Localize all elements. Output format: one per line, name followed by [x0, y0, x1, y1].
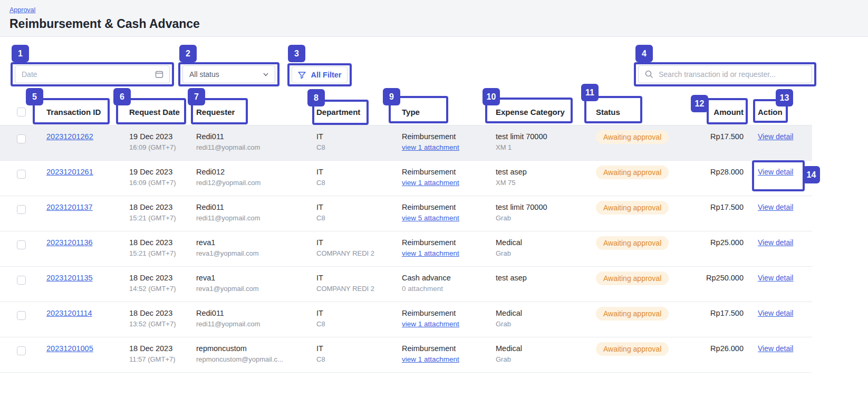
search-box[interactable] — [638, 65, 812, 83]
type: Reimbursement — [402, 238, 489, 247]
expense-category-sub: Grab — [496, 249, 590, 257]
select-all-checkbox[interactable] — [17, 108, 26, 117]
approvals-table: Transaction ID Request Date Requester De… — [0, 99, 812, 373]
amount: Rp28.000 — [686, 161, 746, 196]
department: IT — [316, 274, 396, 282]
page-header: Approval Reimbursement & Cash Advance — [0, 0, 868, 37]
transaction-id-link[interactable]: 20231201114 — [46, 309, 92, 317]
expense-category-sub: Grab — [496, 355, 590, 363]
calendar-icon — [155, 70, 164, 79]
annotation-tag-1: 1 — [12, 45, 29, 62]
requester-email: repmoncustom@yopmail.c... — [196, 355, 310, 363]
status-badge: Awaiting approval — [596, 342, 669, 356]
requester-email: redi12@yopmail.com — [196, 179, 310, 187]
col-amount: Amount — [686, 108, 746, 117]
all-filter-button[interactable]: All Filter — [292, 66, 348, 83]
row-checkbox[interactable] — [17, 170, 26, 179]
col-request-date: Request Date — [129, 108, 196, 117]
view-detail-link[interactable]: View detail — [758, 132, 793, 141]
expense-category-sub: XM 75 — [496, 179, 590, 187]
department-sub: C8 — [316, 179, 396, 187]
search-icon — [644, 70, 654, 79]
attachment-link[interactable]: view 1 attachment — [402, 143, 459, 151]
department: IT — [316, 132, 396, 141]
requester-name: Redi012 — [196, 168, 310, 176]
table-row: 20231201261 19 Dec 202316:09 (GMT+7) Red… — [0, 161, 812, 196]
table-row: 20231201137 18 Dec 202315:21 (GMT+7) Red… — [0, 196, 812, 231]
attachment-count: 0 attachment — [402, 285, 489, 293]
search-input[interactable] — [659, 70, 806, 79]
expense-category-sub: XM 1 — [496, 143, 590, 151]
table-row: 20231201135 18 Dec 202314:52 (GMT+7) rev… — [0, 267, 812, 302]
view-detail-link[interactable]: View detail — [758, 238, 793, 247]
status-badge: Awaiting approval — [596, 307, 669, 321]
attachment-link[interactable]: view 5 attachment — [402, 214, 459, 222]
attachment-link[interactable]: view 1 attachment — [402, 249, 459, 257]
attachment-link[interactable]: view 1 attachment — [402, 320, 459, 328]
date-filter-input[interactable] — [15, 65, 170, 83]
row-checkbox[interactable] — [17, 311, 26, 320]
transaction-id-link[interactable]: 20231201262 — [46, 132, 93, 141]
expense-category-sub: Grab — [496, 214, 590, 222]
annotation-tag-4: 4 — [635, 45, 653, 62]
type: Cash advance — [402, 274, 489, 282]
chevron-down-icon — [262, 71, 269, 78]
department-sub: COMPANY REDI 2 — [316, 249, 396, 257]
department: IT — [316, 309, 396, 317]
col-status: Status — [596, 108, 686, 117]
transaction-id-link[interactable]: 20231201136 — [46, 238, 93, 247]
requester-name: reva1 — [196, 274, 310, 282]
row-checkbox[interactable] — [17, 134, 26, 143]
date-input[interactable] — [22, 70, 155, 79]
view-detail-link[interactable]: View detail — [758, 344, 793, 353]
view-detail-link[interactable]: View detail — [758, 168, 793, 176]
requester-name: Redi011 — [196, 203, 310, 211]
col-action: Action — [746, 108, 812, 117]
status-badge: Awaiting approval — [596, 236, 669, 250]
page-title: Reimbursement & Cash Advance — [9, 17, 868, 31]
view-detail-link[interactable]: View detail — [758, 274, 793, 282]
status-badge: Awaiting approval — [596, 166, 669, 179]
type: Reimbursement — [402, 132, 489, 141]
transaction-id-link[interactable]: 20231201005 — [46, 344, 93, 353]
type: Reimbursement — [402, 203, 489, 211]
status-badge: Awaiting approval — [596, 201, 669, 215]
amount: Rp25.000 — [686, 231, 746, 266]
attachment-link[interactable]: view 1 attachment — [402, 179, 459, 187]
attachment-link[interactable]: view 1 attachment — [402, 355, 459, 363]
expense-category: test limit 70000 — [496, 203, 590, 211]
breadcrumb-approval-link[interactable]: Approval — [9, 6, 35, 14]
requester-email: reva1@yopmail.com — [196, 249, 310, 257]
type: Reimbursement — [402, 309, 489, 317]
department: IT — [316, 203, 396, 211]
type: Reimbursement — [402, 168, 489, 176]
request-time: 14:52 (GMT+7) — [129, 285, 190, 293]
department-sub: C8 — [316, 143, 396, 151]
requester-email: redi11@yopmail.com — [196, 214, 310, 222]
amount: Rp17.500 — [686, 125, 746, 160]
table-row: 20231201114 18 Dec 202313:52 (GMT+7) Red… — [0, 302, 812, 337]
transaction-id-link[interactable]: 20231201135 — [46, 274, 93, 282]
col-type: Type — [402, 108, 496, 117]
view-detail-link[interactable]: View detail — [758, 203, 793, 211]
row-checkbox[interactable] — [17, 276, 26, 285]
department: IT — [316, 168, 396, 176]
type: Reimbursement — [402, 344, 489, 353]
expense-category: Medical — [496, 309, 590, 317]
department-sub: C8 — [316, 320, 396, 328]
col-requester: Requester — [196, 108, 316, 117]
transaction-id-link[interactable]: 20231201261 — [46, 168, 93, 176]
expense-category: test asep — [496, 168, 590, 176]
status-badge: Awaiting approval — [596, 271, 669, 285]
transaction-id-link[interactable]: 20231201137 — [46, 203, 93, 211]
funnel-icon — [297, 71, 306, 80]
row-checkbox[interactable] — [17, 346, 26, 355]
department: IT — [316, 238, 396, 247]
expense-category: Medical — [496, 344, 590, 353]
requester-name: Redi011 — [196, 132, 310, 141]
status-select[interactable]: All status — [182, 65, 275, 83]
request-date: 18 Dec 2023 — [129, 203, 190, 211]
row-checkbox[interactable] — [17, 240, 26, 249]
row-checkbox[interactable] — [17, 205, 26, 214]
view-detail-link[interactable]: View detail — [758, 309, 793, 317]
